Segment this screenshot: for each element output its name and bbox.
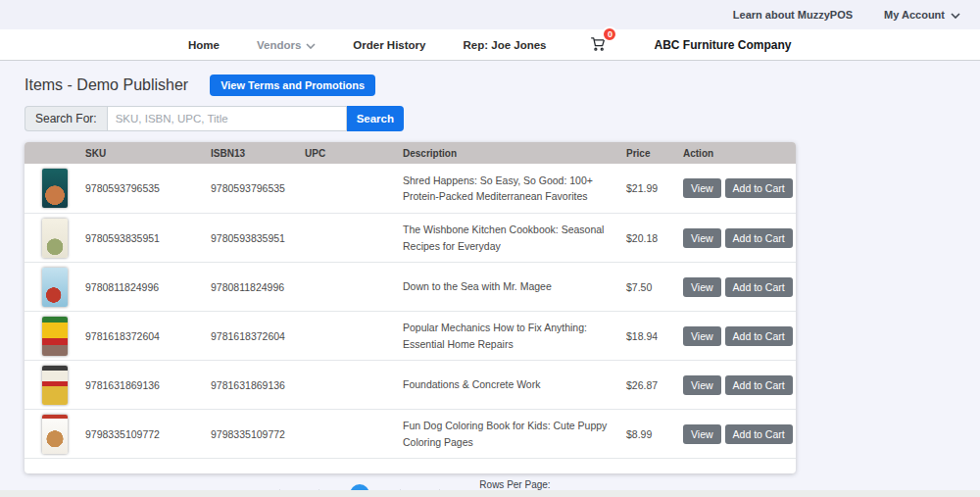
view-button[interactable]: View (683, 178, 721, 198)
price-cell: $21.99 (626, 182, 683, 194)
nav-vendors[interactable]: Vendors (257, 39, 316, 51)
add-to-cart-button[interactable]: Add to Cart (725, 424, 793, 444)
main-nav: Home Vendors Order History Rep: Joe Jone… (0, 29, 980, 61)
table-body: 9780593796535 9780593796535 Shred Happen… (24, 164, 796, 458)
company-name: ABC Furniture Company (654, 38, 791, 52)
book-cover-thumbnail (42, 317, 68, 356)
header-isbn13: ISBN13 (211, 148, 305, 159)
add-to-cart-button[interactable]: Add to Cart (725, 375, 793, 395)
view-button[interactable]: View (683, 326, 721, 346)
sku-cell: 9798335109772 (85, 428, 211, 440)
rows-per-page-label: Rows Per Page: (479, 479, 550, 490)
nav-home[interactable]: Home (188, 39, 220, 51)
nav-vendors-label: Vendors (257, 39, 301, 51)
table-row: 9781618372604 9781618372604 Popular Mech… (24, 311, 796, 360)
sku-cell: 9781631869136 (85, 379, 211, 391)
page-title: Items - Demo Publisher (24, 76, 188, 94)
book-cover-thumbnail (42, 219, 68, 258)
isbn13-cell: 9780593835951 (211, 232, 305, 244)
view-button[interactable]: View (683, 277, 721, 297)
view-terms-button[interactable]: View Terms and Promotions (210, 75, 375, 96)
table-header-row: SKU ISBN13 UPC Description Price Action (24, 142, 796, 164)
isbn13-cell: 9798335109772 (211, 428, 305, 440)
nav-rep: Rep: Joe Jones (463, 39, 546, 51)
table-row: 9780593835951 9780593835951 The Wishbone… (24, 213, 796, 262)
sku-cell: 9780593796535 (85, 182, 211, 194)
description-cell: The Wishbone Kitchen Cookbook: Seasonal … (403, 222, 626, 254)
isbn13-cell: 9780811824996 (211, 281, 305, 293)
header-sku: SKU (85, 148, 211, 159)
view-button[interactable]: View (683, 228, 721, 248)
cart-button[interactable]: 0 (589, 35, 607, 54)
bottom-strip (0, 490, 980, 497)
cart-count-badge: 0 (602, 26, 617, 42)
top-bar: Learn about MuzzyPOS My Account (0, 0, 980, 29)
table-footer (24, 458, 796, 473)
header-description: Description (403, 148, 626, 159)
isbn13-cell: 9781631869136 (211, 379, 305, 391)
description-cell: Popular Mechanics How to Fix Anything: E… (403, 320, 626, 352)
add-to-cart-button[interactable]: Add to Cart (725, 326, 793, 346)
price-cell: $26.87 (626, 379, 683, 391)
nav-order-history[interactable]: Order History (353, 39, 425, 51)
book-cover-thumbnail (42, 366, 68, 405)
main-content: Items - Demo Publisher View Terms and Pr… (0, 61, 980, 497)
book-cover-thumbnail (42, 415, 68, 454)
price-cell: $7.50 (626, 281, 683, 293)
items-table: SKU ISBN13 UPC Description Price Action … (24, 142, 796, 473)
price-cell: $8.99 (626, 428, 683, 440)
sku-cell: 9781618372604 (85, 330, 211, 342)
my-account-label: My Account (884, 9, 945, 21)
search-for-label: Search For: (24, 106, 107, 131)
price-cell: $20.18 (626, 232, 683, 244)
book-cover-thumbnail (42, 169, 68, 208)
description-cell: Down to the Sea with Mr. Magee (403, 278, 626, 294)
isbn13-cell: 9781618372604 (211, 330, 305, 342)
add-to-cart-button[interactable]: Add to Cart (725, 228, 793, 248)
learn-about-link[interactable]: Learn about MuzzyPOS (733, 9, 853, 21)
price-cell: $18.94 (626, 330, 683, 342)
isbn13-cell: 9780593796535 (211, 182, 305, 194)
search-bar: Search For: Search (24, 106, 404, 131)
sku-cell: 9780593835951 (85, 232, 211, 244)
table-row: 9780593796535 9780593796535 Shred Happen… (24, 164, 796, 213)
chevron-down-icon (306, 39, 316, 51)
table-row: 9798335109772 9798335109772 Fun Dog Colo… (24, 409, 796, 458)
my-account-menu[interactable]: My Account (884, 9, 960, 21)
description-cell: Foundations & Concrete Work (403, 376, 626, 392)
book-cover-thumbnail (42, 268, 68, 307)
table-row: 9781631869136 9781631869136 Foundations … (24, 360, 796, 409)
search-input[interactable] (107, 106, 347, 131)
table-row: 9780811824996 9780811824996 Down to the … (24, 262, 796, 311)
header-price: Price (626, 148, 683, 159)
view-button[interactable]: View (683, 375, 721, 395)
cart-icon (589, 42, 607, 54)
add-to-cart-button[interactable]: Add to Cart (725, 277, 793, 297)
view-button[interactable]: View (683, 424, 721, 444)
description-cell: Shred Happens: So Easy, So Good: 100+ Pr… (403, 173, 626, 205)
sku-cell: 9780811824996 (85, 281, 211, 293)
chevron-down-icon (951, 9, 960, 21)
add-to-cart-button[interactable]: Add to Cart (725, 178, 793, 198)
header-action: Action (683, 148, 796, 159)
description-cell: Fun Dog Coloring Book for Kids: Cute Pup… (403, 418, 626, 450)
header-upc: UPC (305, 148, 403, 159)
search-button[interactable]: Search (347, 106, 404, 131)
